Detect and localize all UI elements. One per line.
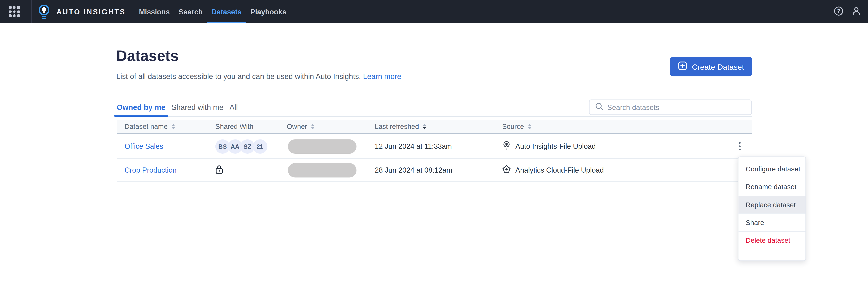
page-description: List of all datasets accessible to you a… [116,73,401,81]
sort-icon [172,124,175,130]
app-name: AUTO INSIGHTS [56,7,126,16]
dataset-tabs: Owned by me Shared with me All [114,98,241,117]
actions-cell [727,139,752,153]
search-box [589,100,752,115]
create-dataset-label: Create Dataset [692,62,744,71]
plus-square-icon [678,61,687,72]
nav-item-playbooks[interactable]: Playbooks [246,0,291,23]
column-header-owner[interactable]: Owner [287,123,375,131]
tab-all[interactable]: All [227,98,241,117]
last-refreshed-cell: 28 Jun 2024 at 08:12am [375,166,502,174]
table-header-row: Dataset name Shared With Owner Last refr… [117,120,752,134]
column-header-source[interactable]: Source [502,123,727,131]
menu-item-rename-dataset[interactable]: Rename dataset [738,178,805,196]
sort-icon [311,124,314,130]
owner-redacted-pill [288,139,356,153]
create-dataset-button[interactable]: Create Dataset [670,57,752,76]
menu-item-delete-dataset[interactable]: Delete dataset [738,231,805,249]
datasets-table: Dataset name Shared With Owner Last refr… [117,120,752,182]
auto-insights-bulb-icon [502,141,511,151]
page-description-text: List of all datasets accessible to you a… [116,73,361,81]
tab-owned-by-me[interactable]: Owned by me [114,98,168,117]
dataset-name-cell: Office Sales [124,142,215,150]
nav-item-missions[interactable]: Missions [134,0,174,23]
dataset-link-crop-production[interactable]: Crop Production [124,166,177,174]
lightbulb-logo-icon [38,4,50,20]
column-header-shared-with: Shared With [215,123,287,131]
grid-icon [9,6,20,17]
dataset-name-cell: Crop Production [124,166,215,174]
user-account-button[interactable] [851,6,862,17]
owner-cell [287,139,375,153]
page-title: Datasets [116,47,179,65]
column-header-last-refreshed[interactable]: Last refreshed [375,123,502,131]
menu-item-configure-dataset[interactable]: Configure dataset [738,160,805,178]
owner-redacted-pill [288,163,356,177]
source-cell: Analytics Cloud-File Upload [502,165,727,175]
top-navbar: AUTO INSIGHTS Missions Search Datasets P… [0,0,868,23]
svg-text:?: ? [837,7,840,14]
menu-item-share[interactable]: Share [738,213,805,231]
row-context-menu: Configure dataset Rename dataset Replace… [738,156,806,261]
lock-icon [215,167,223,176]
source-label: Auto Insights-File Upload [515,142,596,150]
nav-item-search[interactable]: Search [174,0,207,23]
last-refreshed-cell: 12 Jun 2024 at 11:33am [375,142,502,150]
source-cell: Auto Insights-File Upload [502,141,727,151]
sort-icon [528,124,531,130]
owner-cell [287,163,375,177]
search-icon [595,102,603,112]
shared-with-cell [215,165,287,176]
search-input[interactable] [607,103,746,111]
primary-nav: Missions Search Datasets Playbooks [134,0,291,23]
row-actions-kebab-icon[interactable] [734,139,746,153]
avatar[interactable]: SZ [240,139,255,153]
tab-shared-with-me[interactable]: Shared with me [169,98,226,117]
table-row-office-sales: Office Sales BS AA SZ 21 12 Jun 2024 at … [117,134,752,158]
shared-with-cell: BS AA SZ 21 [215,139,287,153]
help-button[interactable]: ? [834,6,844,17]
menu-item-replace-dataset[interactable]: Replace dataset [738,196,805,213]
sort-desc-icon [423,124,426,130]
avatar[interactable]: BS [215,139,230,153]
app-launcher-button[interactable] [7,4,22,19]
table-row-crop-production: Crop Production 28 Jun 2024 at 08:12am [117,158,752,182]
learn-more-link[interactable]: Learn more [363,73,401,81]
nav-item-datasets[interactable]: Datasets [207,0,246,23]
source-label: Analytics Cloud-File Upload [515,166,603,174]
column-header-dataset-name[interactable]: Dataset name [124,123,215,131]
user-icon [851,6,862,17]
navbar-divider [31,0,32,23]
navbar-actions: ? [834,6,861,17]
avatar[interactable]: AA [228,139,242,153]
dataset-link-office-sales[interactable]: Office Sales [124,142,163,150]
avatar-overflow-count[interactable]: 21 [253,139,267,153]
help-icon: ? [834,6,844,17]
app-window: AUTO INSIGHTS Missions Search Datasets P… [0,0,868,291]
analytics-cloud-icon [502,165,511,175]
